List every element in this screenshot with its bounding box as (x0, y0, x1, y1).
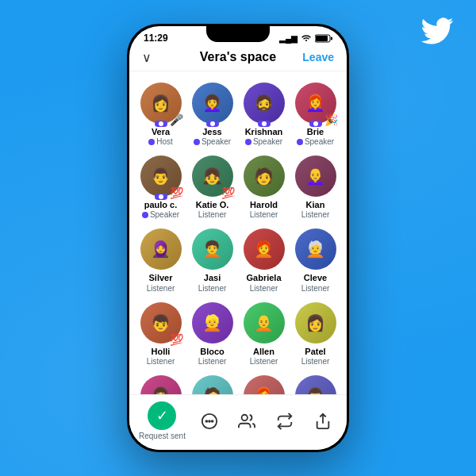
messages-icon[interactable] (195, 407, 224, 436)
participant-name: Holli (152, 347, 171, 357)
svg-point-6 (211, 420, 213, 422)
participants-scroll-area[interactable]: 👩🎤VeraHost👩‍🦱JessSpeaker🧔KrishnanSpeaker… (129, 71, 347, 394)
participant-name: Silver (149, 273, 173, 283)
avatar: 👨 (295, 375, 336, 394)
phone-frame: 11:29 ▂▄▆ ∨ Vera's space Leave (127, 24, 349, 452)
avatar: 🧕 (140, 228, 182, 270)
retweet-icon[interactable] (271, 407, 299, 436)
participants-grid: 👩🎤VeraHost👩‍🦱JessSpeaker🧔KrishnanSpeaker… (136, 79, 340, 394)
speaker-badge (155, 121, 167, 127)
avatar: 🧑 (244, 155, 285, 197)
list-item[interactable]: 👦💯HolliListener (136, 299, 186, 369)
list-item[interactable]: 🧑‍🦳CleveListener (290, 225, 340, 295)
wifi-icon (301, 34, 312, 43)
participant-role: Listener (147, 357, 175, 366)
list-item[interactable]: 👩PatelListener (290, 299, 340, 369)
participant-role: Listener (250, 284, 278, 293)
participant-role: Speaker (245, 137, 282, 146)
participant-name: paulo c. (144, 200, 178, 210)
avatar: 🧔 (192, 375, 233, 394)
participant-role: Listener (301, 357, 330, 366)
list-item[interactable]: 👩‍🦰 (239, 372, 289, 394)
avatar: 🧑‍🦳 (295, 228, 336, 270)
avatar: 👦💯 (140, 302, 182, 344)
space-title: Vera's space (200, 50, 276, 64)
avatar: 👩🎤 (140, 83, 182, 124)
avatar: 👱 (192, 302, 233, 344)
request-sent-section: ✓ Request sent (139, 401, 186, 440)
list-item[interactable]: 🧑‍🦰GabrielaListener (239, 225, 289, 295)
share-icon[interactable] (309, 407, 337, 436)
participant-name: Allen (253, 347, 274, 357)
avatar: 👩‍🦱 (192, 83, 233, 124)
svg-point-5 (209, 420, 210, 422)
space-header: ∨ Vera's space Leave (129, 45, 347, 71)
participant-role: Listener (301, 284, 330, 293)
list-item[interactable]: 👨💯paulo c.Speaker (136, 152, 186, 222)
participant-name: Kian (306, 200, 325, 210)
avatar: 🧑‍🦱 (192, 228, 233, 270)
twitter-logo (420, 17, 454, 44)
avatar: 👩‍🦱 (140, 375, 182, 394)
avatar: 🧔 (244, 83, 285, 124)
participant-name: Katie O. (196, 200, 229, 210)
leave-button[interactable]: Leave (302, 51, 334, 63)
speaker-badge (206, 121, 219, 127)
request-sent-button[interactable]: ✓ (148, 401, 176, 430)
participant-name: Harold (250, 200, 278, 210)
speaker-badge (155, 194, 167, 200)
list-item[interactable]: 👧💯Katie O.Listener (187, 152, 237, 222)
svg-rect-2 (331, 36, 332, 40)
participant-name: Cleve (304, 273, 327, 283)
status-time: 11:29 (144, 33, 168, 44)
participant-role: Host (148, 137, 173, 146)
bottom-bar: ✓ Request sent (129, 394, 347, 450)
list-item[interactable]: 👩🎤VeraHost (136, 79, 186, 149)
phone-screen: 11:29 ▂▄▆ ∨ Vera's space Leave (129, 26, 347, 450)
request-sent-label: Request sent (139, 432, 186, 440)
participant-role: Speaker (297, 137, 334, 146)
list-item[interactable]: 🧔 (187, 372, 237, 394)
list-item[interactable]: 👩‍🦱JessSpeaker (187, 79, 237, 149)
people-icon[interactable] (232, 407, 261, 436)
participant-role: Listener (198, 357, 227, 366)
participant-role: Listener (301, 210, 330, 219)
avatar: 👩‍🦲 (295, 155, 336, 197)
speaker-badge (309, 121, 322, 127)
avatar: 🧑‍🦰 (244, 228, 285, 270)
bottom-actions: ✓ Request sent (139, 401, 337, 440)
list-item[interactable]: 🧑‍🦲AllenListener (239, 299, 289, 369)
list-item[interactable]: 👩‍🦲KianListener (290, 152, 340, 222)
battery-icon (315, 34, 332, 43)
participant-role: Listener (198, 284, 227, 293)
svg-point-4 (205, 420, 207, 422)
svg-point-7 (242, 414, 248, 420)
avatar: 🧑‍🦲 (244, 302, 285, 344)
list-item[interactable]: 👱BlocoListener (187, 299, 237, 369)
chevron-down-icon[interactable]: ∨ (142, 50, 152, 65)
list-item[interactable]: 🧕SilverListener (136, 225, 186, 295)
list-item[interactable]: 👨 (290, 372, 340, 394)
participant-name: Gabriela (246, 273, 281, 283)
participant-name: Patel (305, 347, 325, 357)
participant-role: Listener (147, 284, 175, 293)
avatar: 👩 (295, 302, 336, 344)
participant-role: Listener (250, 357, 278, 366)
signal-icon: ▂▄▆ (279, 34, 298, 43)
phone-notch (206, 26, 270, 42)
participant-name: Jess (202, 127, 221, 137)
list-item[interactable]: 👩‍🦱 (136, 372, 186, 394)
list-item[interactable]: 🧑HaroldListener (239, 152, 289, 222)
participant-name: Vera (152, 127, 170, 137)
participant-role: Speaker (194, 137, 231, 146)
list-item[interactable]: 🧔KrishnanSpeaker (239, 79, 289, 149)
participant-name: Brie (307, 127, 324, 137)
list-item[interactable]: 🧑‍🦱JasiListener (187, 225, 237, 295)
svg-rect-1 (316, 36, 328, 41)
status-icons: ▂▄▆ (279, 34, 332, 43)
list-item[interactable]: 👩‍🦰🎉BrieSpeaker (290, 79, 340, 149)
participant-role: Speaker (142, 210, 179, 219)
participant-name: Krishnan (245, 127, 283, 137)
participant-role: Listener (198, 210, 227, 219)
avatar: 👩‍🦰🎉 (295, 83, 336, 124)
